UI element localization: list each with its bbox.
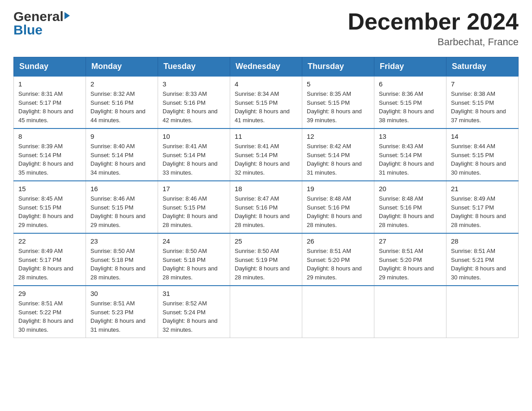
calendar-cell: 31Sunrise: 8:52 AMSunset: 5:24 PMDayligh… bbox=[158, 286, 230, 338]
page-header: General Blue December 2024 Barbechat, Fr… bbox=[13, 9, 519, 48]
calendar-cell: 20Sunrise: 8:48 AMSunset: 5:16 PMDayligh… bbox=[374, 181, 446, 233]
calendar-cell: 16Sunrise: 8:46 AMSunset: 5:15 PMDayligh… bbox=[86, 181, 158, 233]
day-number: 24 bbox=[163, 237, 225, 245]
calendar-cell: 29Sunrise: 8:51 AMSunset: 5:22 PMDayligh… bbox=[14, 286, 86, 338]
calendar-cell: 22Sunrise: 8:49 AMSunset: 5:17 PMDayligh… bbox=[14, 233, 86, 286]
day-number: 6 bbox=[379, 80, 442, 88]
calendar-cell: 5Sunrise: 8:35 AMSunset: 5:15 PMDaylight… bbox=[302, 76, 374, 128]
day-info: Sunrise: 8:51 AMSunset: 5:23 PMDaylight:… bbox=[90, 299, 153, 334]
calendar-cell: 10Sunrise: 8:41 AMSunset: 5:14 PMDayligh… bbox=[158, 128, 230, 181]
day-info: Sunrise: 8:41 AMSunset: 5:14 PMDaylight:… bbox=[163, 142, 225, 177]
day-number: 22 bbox=[18, 237, 81, 245]
calendar-cell bbox=[230, 286, 302, 338]
day-info: Sunrise: 8:32 AMSunset: 5:16 PMDaylight:… bbox=[90, 90, 153, 124]
day-number: 25 bbox=[235, 237, 297, 245]
day-info: Sunrise: 8:50 AMSunset: 5:18 PMDaylight:… bbox=[163, 247, 225, 282]
calendar-table: SundayMondayTuesdayWednesdayThursdayFrid… bbox=[13, 57, 519, 338]
calendar-cell: 26Sunrise: 8:51 AMSunset: 5:20 PMDayligh… bbox=[302, 233, 374, 286]
day-number: 9 bbox=[90, 133, 153, 140]
col-header-thursday: Thursday bbox=[302, 57, 374, 77]
day-info: Sunrise: 8:34 AMSunset: 5:15 PMDaylight:… bbox=[235, 90, 297, 124]
day-number: 3 bbox=[163, 80, 225, 88]
calendar-cell bbox=[302, 286, 374, 338]
day-info: Sunrise: 8:49 AMSunset: 5:17 PMDaylight:… bbox=[18, 247, 81, 282]
day-number: 10 bbox=[163, 133, 225, 140]
calendar-week-row: 22Sunrise: 8:49 AMSunset: 5:17 PMDayligh… bbox=[14, 233, 519, 286]
day-info: Sunrise: 8:36 AMSunset: 5:15 PMDaylight:… bbox=[379, 90, 442, 124]
logo-blue-text: Blue bbox=[13, 22, 43, 38]
day-info: Sunrise: 8:50 AMSunset: 5:18 PMDaylight:… bbox=[90, 247, 153, 282]
calendar-cell: 23Sunrise: 8:50 AMSunset: 5:18 PMDayligh… bbox=[86, 233, 158, 286]
calendar-cell: 24Sunrise: 8:50 AMSunset: 5:18 PMDayligh… bbox=[158, 233, 230, 286]
col-header-tuesday: Tuesday bbox=[158, 57, 230, 77]
day-info: Sunrise: 8:45 AMSunset: 5:15 PMDaylight:… bbox=[18, 194, 81, 229]
day-info: Sunrise: 8:38 AMSunset: 5:15 PMDaylight:… bbox=[451, 90, 514, 124]
day-number: 19 bbox=[307, 185, 369, 193]
col-header-friday: Friday bbox=[374, 57, 446, 77]
day-info: Sunrise: 8:52 AMSunset: 5:24 PMDaylight:… bbox=[163, 299, 225, 334]
calendar-cell: 6Sunrise: 8:36 AMSunset: 5:15 PMDaylight… bbox=[374, 76, 446, 128]
calendar-cell: 25Sunrise: 8:50 AMSunset: 5:19 PMDayligh… bbox=[230, 233, 302, 286]
day-info: Sunrise: 8:35 AMSunset: 5:15 PMDaylight:… bbox=[307, 90, 369, 124]
day-number: 16 bbox=[90, 185, 153, 193]
calendar-cell: 14Sunrise: 8:44 AMSunset: 5:15 PMDayligh… bbox=[446, 128, 519, 181]
col-header-saturday: Saturday bbox=[446, 57, 519, 77]
day-number: 27 bbox=[379, 237, 442, 245]
calendar-cell: 27Sunrise: 8:51 AMSunset: 5:20 PMDayligh… bbox=[374, 233, 446, 286]
day-number: 31 bbox=[163, 290, 225, 297]
day-info: Sunrise: 8:49 AMSunset: 5:17 PMDaylight:… bbox=[451, 194, 514, 229]
day-info: Sunrise: 8:46 AMSunset: 5:15 PMDaylight:… bbox=[90, 194, 153, 229]
day-info: Sunrise: 8:44 AMSunset: 5:15 PMDaylight:… bbox=[451, 142, 514, 177]
day-info: Sunrise: 8:48 AMSunset: 5:16 PMDaylight:… bbox=[307, 194, 369, 229]
calendar-cell: 2Sunrise: 8:32 AMSunset: 5:16 PMDaylight… bbox=[86, 76, 158, 128]
logo-general-text: General bbox=[13, 9, 64, 24]
calendar-cell: 30Sunrise: 8:51 AMSunset: 5:23 PMDayligh… bbox=[86, 286, 158, 338]
calendar-cell: 13Sunrise: 8:43 AMSunset: 5:14 PMDayligh… bbox=[374, 128, 446, 181]
day-info: Sunrise: 8:51 AMSunset: 5:21 PMDaylight:… bbox=[451, 247, 514, 282]
calendar-header-row: SundayMondayTuesdayWednesdayThursdayFrid… bbox=[14, 57, 519, 77]
day-info: Sunrise: 8:50 AMSunset: 5:19 PMDaylight:… bbox=[235, 247, 297, 282]
day-info: Sunrise: 8:46 AMSunset: 5:15 PMDaylight:… bbox=[163, 194, 225, 229]
day-number: 21 bbox=[451, 185, 514, 193]
day-number: 1 bbox=[18, 80, 81, 88]
calendar-cell: 17Sunrise: 8:46 AMSunset: 5:15 PMDayligh… bbox=[158, 181, 230, 233]
day-info: Sunrise: 8:40 AMSunset: 5:14 PMDaylight:… bbox=[90, 142, 153, 177]
calendar-cell: 3Sunrise: 8:33 AMSunset: 5:16 PMDaylight… bbox=[158, 76, 230, 128]
calendar-cell: 1Sunrise: 8:31 AMSunset: 5:17 PMDaylight… bbox=[14, 76, 86, 128]
col-header-wednesday: Wednesday bbox=[230, 57, 302, 77]
logo: General Blue bbox=[13, 9, 70, 38]
day-number: 14 bbox=[451, 133, 514, 140]
calendar-cell: 11Sunrise: 8:41 AMSunset: 5:14 PMDayligh… bbox=[230, 128, 302, 181]
day-info: Sunrise: 8:51 AMSunset: 5:20 PMDaylight:… bbox=[379, 247, 442, 282]
title-section: December 2024 Barbechat, France bbox=[348, 9, 519, 48]
day-info: Sunrise: 8:41 AMSunset: 5:14 PMDaylight:… bbox=[235, 142, 297, 177]
day-info: Sunrise: 8:48 AMSunset: 5:16 PMDaylight:… bbox=[379, 194, 442, 229]
calendar-week-row: 8Sunrise: 8:39 AMSunset: 5:14 PMDaylight… bbox=[14, 128, 519, 181]
calendar-cell: 9Sunrise: 8:40 AMSunset: 5:14 PMDaylight… bbox=[86, 128, 158, 181]
calendar-week-row: 29Sunrise: 8:51 AMSunset: 5:22 PMDayligh… bbox=[14, 286, 519, 338]
day-number: 13 bbox=[379, 133, 442, 140]
calendar-cell: 4Sunrise: 8:34 AMSunset: 5:15 PMDaylight… bbox=[230, 76, 302, 128]
day-number: 23 bbox=[90, 237, 153, 245]
logo-arrow-icon bbox=[64, 12, 70, 19]
day-info: Sunrise: 8:47 AMSunset: 5:16 PMDaylight:… bbox=[235, 194, 297, 229]
day-number: 2 bbox=[90, 80, 153, 88]
calendar-cell: 8Sunrise: 8:39 AMSunset: 5:14 PMDaylight… bbox=[14, 128, 86, 181]
day-number: 7 bbox=[451, 80, 514, 88]
day-number: 12 bbox=[307, 133, 369, 140]
calendar-cell: 18Sunrise: 8:47 AMSunset: 5:16 PMDayligh… bbox=[230, 181, 302, 233]
month-title: December 2024 bbox=[348, 9, 519, 34]
day-number: 18 bbox=[235, 185, 297, 193]
day-number: 4 bbox=[235, 80, 297, 88]
calendar-cell: 21Sunrise: 8:49 AMSunset: 5:17 PMDayligh… bbox=[446, 181, 519, 233]
col-header-monday: Monday bbox=[86, 57, 158, 77]
calendar-cell: 7Sunrise: 8:38 AMSunset: 5:15 PMDaylight… bbox=[446, 76, 519, 128]
calendar-cell: 12Sunrise: 8:42 AMSunset: 5:14 PMDayligh… bbox=[302, 128, 374, 181]
day-number: 29 bbox=[18, 290, 81, 297]
day-number: 15 bbox=[18, 185, 81, 193]
calendar-week-row: 15Sunrise: 8:45 AMSunset: 5:15 PMDayligh… bbox=[14, 181, 519, 233]
calendar-cell: 28Sunrise: 8:51 AMSunset: 5:21 PMDayligh… bbox=[446, 233, 519, 286]
day-number: 28 bbox=[451, 237, 514, 245]
location-subtitle: Barbechat, France bbox=[348, 36, 519, 48]
day-number: 20 bbox=[379, 185, 442, 193]
